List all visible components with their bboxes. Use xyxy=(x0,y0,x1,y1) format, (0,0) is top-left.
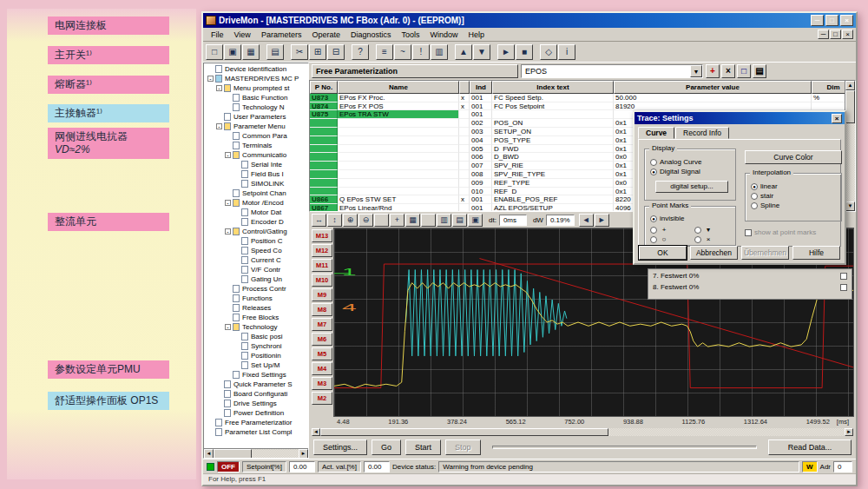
tree-item[interactable]: Functions xyxy=(206,294,308,303)
delete-param-icon[interactable]: × xyxy=(721,64,735,78)
tab-record-info[interactable]: Record Info xyxy=(675,127,729,139)
tree-item[interactable]: Releases xyxy=(206,303,308,313)
mark-symbol-radio[interactable]: ▾ xyxy=(691,225,732,235)
mark-symbol-radio[interactable]: ○ xyxy=(647,235,687,244)
tree-item[interactable]: Power Definition xyxy=(206,408,308,418)
tree-item[interactable]: Set Up/M xyxy=(206,360,308,370)
help-button[interactable]: Hilfe xyxy=(792,246,840,260)
tree-item[interactable]: Field Bus I xyxy=(206,169,308,179)
checkbox-icon[interactable] xyxy=(745,229,752,236)
scroll-left-icon[interactable]: ◄ xyxy=(312,428,320,436)
tree-item[interactable]: Terminals xyxy=(206,141,308,150)
channel-button[interactable]: M4 xyxy=(312,362,332,375)
tree-horizontal-scrollbar[interactable]: ◄ ► xyxy=(204,448,308,458)
radio-icon[interactable]: ● xyxy=(650,169,657,175)
scroll-right-icon[interactable]: ► xyxy=(299,449,308,459)
grid-icon[interactable]: ▦ xyxy=(405,214,420,227)
channel-button[interactable]: M9 xyxy=(312,288,332,301)
mdi-restore-button[interactable]: □ xyxy=(830,30,841,39)
paste-icon[interactable]: ⊟ xyxy=(327,44,345,60)
channel-button[interactable]: M11 xyxy=(312,259,332,272)
scroll-left-icon[interactable]: ◄ xyxy=(204,449,214,459)
menu-item[interactable]: Operate xyxy=(306,30,345,40)
column-header-value[interactable]: Parameter value xyxy=(614,81,812,94)
tree-item[interactable]: V/F Contr xyxy=(206,265,308,274)
copy-param-icon[interactable]: □ xyxy=(737,64,751,78)
tree-item[interactable]: Basic posi xyxy=(206,332,308,341)
about-icon[interactable]: i xyxy=(558,44,575,60)
tree-item[interactable]: Parameter List Compl xyxy=(206,427,308,437)
expand-toggle[interactable]: - xyxy=(216,85,222,91)
stop-button[interactable]: Stop xyxy=(445,439,481,455)
tree-item[interactable]: Setpoint Chan xyxy=(206,188,308,198)
menu-item[interactable]: Window xyxy=(424,30,463,40)
tree-item[interactable]: Position C xyxy=(206,236,308,246)
param-list-icon[interactable]: ≡ xyxy=(376,44,393,60)
cell-value[interactable]: 50.000 xyxy=(614,94,812,102)
copy-curve-icon[interactable]: ▣ xyxy=(468,214,483,227)
print-icon[interactable]: ▤ xyxy=(266,44,284,60)
menu-item[interactable]: View xyxy=(229,30,256,40)
zoom-x-icon[interactable]: ↔ xyxy=(312,214,326,227)
tab-curve[interactable]: Curve xyxy=(638,127,674,139)
radio-icon[interactable] xyxy=(650,227,657,234)
legend-row[interactable]: 8. Festwert 0% xyxy=(653,283,847,291)
curve-color-button[interactable]: Curve Color xyxy=(745,150,842,164)
cancel-button[interactable]: Abbrechen xyxy=(690,246,738,260)
radio-icon[interactable]: ● xyxy=(751,183,758,190)
scroll-up-icon[interactable]: ▲ xyxy=(845,81,855,90)
read-data-button[interactable]: Read Data... xyxy=(768,439,852,455)
sep[interactable] xyxy=(285,44,290,60)
next-cursor-icon[interactable]: ► xyxy=(595,214,609,227)
copy-icon[interactable]: ⊞ xyxy=(309,44,326,60)
minimize-button[interactable]: ─ xyxy=(811,15,824,26)
tree-item[interactable]: Motor Dat xyxy=(206,208,308,217)
channel-button[interactable]: M13 xyxy=(312,229,332,242)
tree-item[interactable]: SIMOLINK xyxy=(206,179,308,188)
mdi-minimize-button[interactable]: ─ xyxy=(818,30,829,39)
tree-item[interactable]: Speed Co xyxy=(206,246,308,255)
cut-icon[interactable]: ✂ xyxy=(291,44,308,60)
tree-item[interactable]: Board Configurati xyxy=(206,389,308,399)
cursor-icon[interactable]: + xyxy=(390,214,404,227)
menu-item[interactable]: File xyxy=(206,30,229,40)
zoom-out-icon[interactable]: ⊖ xyxy=(358,214,373,227)
tree-item[interactable]: Free Blocks xyxy=(206,313,308,322)
column-header-name[interactable]: Name xyxy=(338,81,459,94)
tree-item[interactable]: Basic Function xyxy=(206,93,308,102)
expand-toggle[interactable]: - xyxy=(225,324,231,330)
mdi-close-button[interactable]: × xyxy=(842,30,853,39)
save-curve-icon[interactable]: ▥ xyxy=(437,214,451,227)
radio-icon[interactable]: ● xyxy=(650,215,657,222)
radio-icon[interactable] xyxy=(751,193,758,200)
tree-item[interactable]: - Control/Gating xyxy=(206,227,308,236)
tree-item[interactable]: - Technology xyxy=(206,322,308,332)
tree-item[interactable]: - Communicatio xyxy=(206,150,308,160)
sep[interactable] xyxy=(449,44,454,60)
mark-symbol-radio[interactable]: × xyxy=(691,235,732,244)
prev-cursor-icon[interactable]: ◄ xyxy=(579,214,594,227)
start-button[interactable]: Start xyxy=(405,439,441,455)
monitor-icon[interactable]: ▥ xyxy=(431,44,448,60)
channel-button[interactable]: M7 xyxy=(312,318,332,331)
tree-item[interactable]: Device identification xyxy=(206,64,308,74)
chevron-down-icon[interactable]: ▼ xyxy=(690,65,702,77)
go-button[interactable]: Go xyxy=(372,439,401,455)
tree-item[interactable]: - MASTERDRIVES MC P xyxy=(206,74,308,83)
scroll-right-icon[interactable]: ► xyxy=(845,428,853,436)
show-at-point-marks-checkbox[interactable]: show at point marks xyxy=(745,228,816,236)
analog-curve-radio[interactable]: Analog Curve xyxy=(645,157,735,167)
tree-item[interactable]: Fixed Settings xyxy=(206,370,308,380)
save-icon[interactable]: ▦ xyxy=(242,44,260,60)
dialog-title-bar[interactable]: Trace: Settings × xyxy=(635,112,845,124)
column-header-ind[interactable]: Ind xyxy=(470,81,492,94)
expand-toggle[interactable]: - xyxy=(225,200,231,206)
sep[interactable] xyxy=(491,44,496,60)
channel-button[interactable]: M5 xyxy=(312,347,332,360)
tree-item[interactable]: Common Para xyxy=(206,131,308,141)
add-param-icon[interactable]: + xyxy=(706,64,720,78)
tree-item[interactable]: Free Parameterizatior xyxy=(206,418,308,427)
tree-item[interactable]: Current C xyxy=(206,255,308,265)
upload-icon[interactable]: ▲ xyxy=(455,44,472,60)
open-icon[interactable]: ▣ xyxy=(224,44,241,60)
